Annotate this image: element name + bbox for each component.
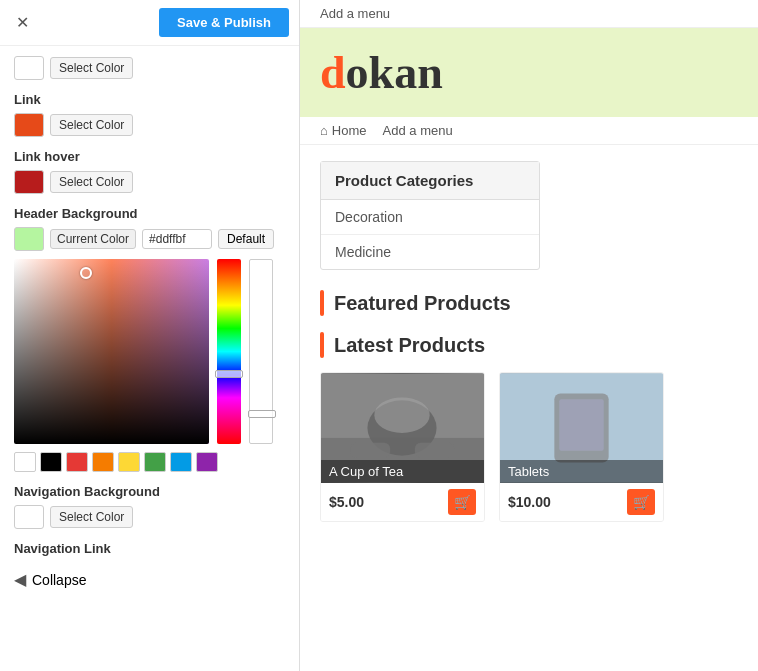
hex-input[interactable] xyxy=(142,229,212,249)
swatch-black[interactable] xyxy=(40,452,62,472)
tea-price: $5.00 xyxy=(329,494,364,510)
tablets-overlay: Tablets xyxy=(500,460,663,483)
logo-d: d xyxy=(320,47,346,98)
add-menu-nav-link[interactable]: Add a menu xyxy=(383,123,453,138)
link-select-color-button[interactable]: Select Color xyxy=(50,114,133,136)
save-publish-button[interactable]: Save & Publish xyxy=(159,8,289,37)
product-card-tea: A Cup of Tea $5.00 🛒 xyxy=(320,372,485,522)
swatch-purple[interactable] xyxy=(196,452,218,472)
link-label: Link xyxy=(14,92,285,107)
link-hover-color-row: Select Color xyxy=(14,170,285,194)
product-categories-title: Product Categories xyxy=(321,162,539,200)
add-menu-top-link[interactable]: Add a menu xyxy=(320,6,390,21)
svg-rect-4 xyxy=(351,443,391,458)
left-panel: ✕ Save & Publish Select Color Link Selec… xyxy=(0,0,300,671)
hue-slider-handle[interactable] xyxy=(215,370,243,378)
product-image-tea: A Cup of Tea xyxy=(321,373,484,483)
hue-slider[interactable] xyxy=(217,259,241,444)
nav-bg-select-color-button[interactable]: Select Color xyxy=(50,506,133,528)
latest-orange-bar xyxy=(320,332,324,358)
site-top-nav: Add a menu xyxy=(300,0,758,28)
product-card-tablets: Tablets $10.00 🛒 xyxy=(499,372,664,522)
swatch-white[interactable] xyxy=(14,452,36,472)
products-row: A Cup of Tea $5.00 🛒 xyxy=(320,372,738,522)
tea-cup-overlay: A Cup of Tea xyxy=(321,460,484,483)
category-item-decoration[interactable]: Decoration xyxy=(321,200,539,235)
site-header: dokan xyxy=(300,28,758,117)
top-color-row: Select Color xyxy=(14,56,285,80)
collapse-icon: ◀ xyxy=(14,570,26,589)
link-color-swatch xyxy=(14,113,44,137)
cart-icon-tablets: 🛒 xyxy=(633,494,650,510)
current-color-swatch xyxy=(14,227,44,251)
spectrum-canvas[interactable] xyxy=(14,259,209,444)
swatch-blue[interactable] xyxy=(170,452,192,472)
tablets-price: $10.00 xyxy=(508,494,551,510)
tablets-product-footer: $10.00 🛒 xyxy=(500,483,663,521)
swatch-green[interactable] xyxy=(144,452,166,472)
featured-title-row: Featured Products xyxy=(320,290,738,316)
svg-rect-8 xyxy=(559,399,603,450)
swatches-row xyxy=(14,452,285,472)
color-spectrum xyxy=(14,259,285,444)
current-color-label: Current Color xyxy=(50,229,136,249)
svg-point-2 xyxy=(374,397,429,433)
logo-rest: okan xyxy=(346,47,443,98)
alpha-slider-handle[interactable] xyxy=(248,410,276,418)
swatch-orange[interactable] xyxy=(92,452,114,472)
logo: dokan xyxy=(320,46,738,99)
top-color-swatch xyxy=(14,56,44,80)
close-button[interactable]: ✕ xyxy=(10,11,35,34)
home-icon: ⌂ xyxy=(320,123,328,138)
panel-content: Select Color Link Select Color Link hove… xyxy=(0,46,299,671)
header-bg-label: Header Background xyxy=(14,206,285,221)
featured-section: Featured Products xyxy=(320,290,738,316)
header-bg-color-picker: Current Color Default xyxy=(14,227,285,472)
category-item-medicine[interactable]: Medicine xyxy=(321,235,539,269)
link-hover-color-swatch xyxy=(14,170,44,194)
collapse-label: Collapse xyxy=(32,572,86,588)
nav-bg-color-swatch xyxy=(14,505,44,529)
swatch-red[interactable] xyxy=(66,452,88,472)
link-hover-select-color-button[interactable]: Select Color xyxy=(50,171,133,193)
featured-title: Featured Products xyxy=(334,292,511,315)
cart-icon: 🛒 xyxy=(454,494,471,510)
top-select-color-button[interactable]: Select Color xyxy=(50,57,133,79)
latest-title: Latest Products xyxy=(334,334,485,357)
default-button[interactable]: Default xyxy=(218,229,274,249)
featured-orange-bar xyxy=(320,290,324,316)
top-bar: ✕ Save & Publish xyxy=(0,0,299,46)
link-color-row: Select Color xyxy=(14,113,285,137)
navigation-link-label: Navigation Link xyxy=(14,541,285,556)
home-link[interactable]: ⌂ Home xyxy=(320,123,367,138)
main-content: Product Categories Decoration Medicine F… xyxy=(300,145,758,671)
latest-title-row: Latest Products xyxy=(320,332,738,358)
spectrum-gradient xyxy=(14,259,209,444)
right-panel: Add a menu dokan ⌂ Home Add a menu Produ… xyxy=(300,0,758,671)
site-nav: ⌂ Home Add a menu xyxy=(300,117,758,145)
product-categories-box: Product Categories Decoration Medicine xyxy=(320,161,540,270)
tablets-add-to-cart-button[interactable]: 🛒 xyxy=(627,489,655,515)
tea-product-footer: $5.00 🛒 xyxy=(321,483,484,521)
nav-bg-color-row: Select Color xyxy=(14,505,285,529)
nav-bg-section: Navigation Background Select Color xyxy=(14,484,285,529)
alpha-slider[interactable] xyxy=(249,259,273,444)
tea-add-to-cart-button[interactable]: 🛒 xyxy=(448,489,476,515)
navigation-bg-label: Navigation Background xyxy=(14,484,285,499)
home-label: Home xyxy=(332,123,367,138)
current-color-row: Current Color Default xyxy=(14,227,285,251)
swatch-yellow[interactable] xyxy=(118,452,140,472)
link-hover-label: Link hover xyxy=(14,149,285,164)
product-image-tablets: Tablets xyxy=(500,373,663,483)
collapse-row[interactable]: ◀ Collapse xyxy=(14,562,285,593)
latest-section: Latest Products xyxy=(320,332,738,522)
spectrum-handle[interactable] xyxy=(80,267,92,279)
svg-rect-5 xyxy=(415,443,455,458)
